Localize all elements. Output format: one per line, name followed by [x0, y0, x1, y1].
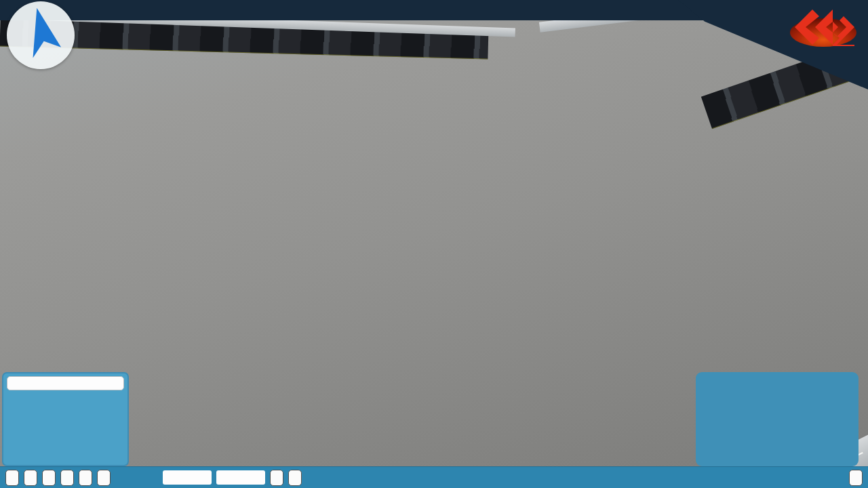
- phase4-locate-button[interactable]: [288, 470, 302, 486]
- keypad-display-input[interactable]: [7, 376, 124, 390]
- keyboard-mouse-mode-button[interactable]: [24, 470, 37, 486]
- pile-info-panel: [696, 372, 859, 466]
- coord-enter-input-2[interactable]: [216, 470, 265, 485]
- pile-search-keypad: [2, 372, 129, 466]
- mouse-mode-button[interactable]: [42, 470, 56, 486]
- phase1-button[interactable]: [60, 470, 74, 486]
- bottom-toolbar: [0, 466, 868, 488]
- compass-widget[interactable]: [7, 1, 75, 69]
- refresh-button[interactable]: [5, 470, 19, 486]
- pile-info-grid: [701, 379, 837, 393]
- compass-arrow-icon: [7, 1, 75, 69]
- exit-button[interactable]: [849, 470, 863, 486]
- coord-enter-input-1[interactable]: [163, 470, 212, 485]
- coal-yard-3d-view[interactable]: [0, 0, 868, 488]
- company-logo: [788, 7, 859, 54]
- locate-button[interactable]: [270, 470, 283, 486]
- phase2-button[interactable]: [79, 470, 92, 486]
- phase4-button[interactable]: [97, 470, 111, 486]
